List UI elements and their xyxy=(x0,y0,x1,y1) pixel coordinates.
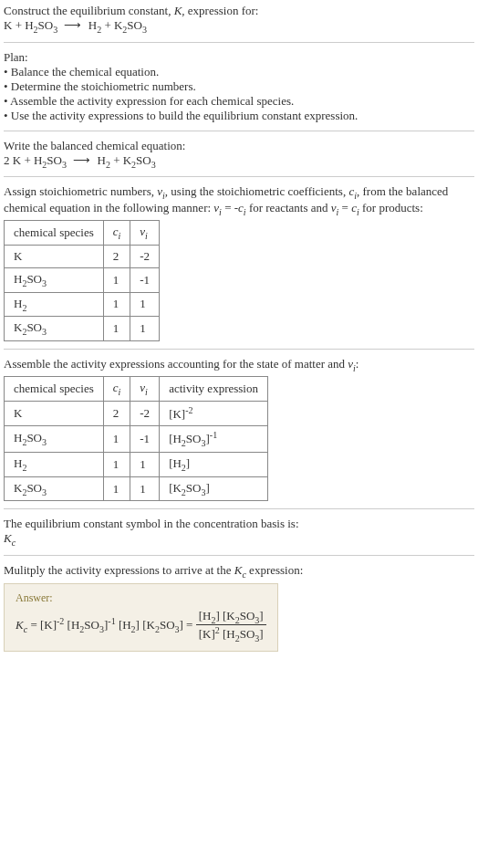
table-cell: 2 xyxy=(103,245,130,267)
stoich-table: chemical species ci νi K 2 -2 H2SO3 1 -1… xyxy=(4,220,160,340)
table-cell: H2SO3 xyxy=(5,426,104,453)
stoich-section: Assign stoichiometric numbers, νi, using… xyxy=(4,184,474,341)
plan-item: • Determine the stoichiometric numbers. xyxy=(4,79,474,94)
table-cell: -1 xyxy=(130,267,160,292)
divider xyxy=(4,508,474,509)
answer-expression: Kc = [K]-2 [H2SO3]-1 [H2] [K2SO3] = [H2]… xyxy=(16,609,266,644)
stoich-text: Assign stoichiometric numbers, νi, using… xyxy=(4,184,474,216)
table-cell: [K]-2 xyxy=(160,401,268,425)
activity-section: Assemble the activity expressions accoun… xyxy=(4,357,474,502)
plan-header: Plan: xyxy=(4,50,474,65)
table-header: νi xyxy=(130,377,160,402)
kc-symbol-section: The equilibrium constant symbol in the c… xyxy=(4,517,474,548)
table-cell: 2 xyxy=(103,401,130,425)
divider xyxy=(4,349,474,350)
plan-item: • Balance the chemical equation. xyxy=(4,65,474,79)
table-header: ci xyxy=(103,221,130,246)
divider xyxy=(4,42,474,43)
plan-item: • Use the activity expressions to build … xyxy=(4,109,474,123)
intro-text: Construct the equilibrium constant, K, e… xyxy=(4,4,474,18)
multiply-section: Mulitply the activity expressions to arr… xyxy=(4,563,474,652)
table-cell: 1 xyxy=(103,453,130,477)
table-cell: [H2SO3]-1 xyxy=(160,426,268,453)
table-header: chemical species xyxy=(5,221,104,246)
table-row: K2SO3 1 1 xyxy=(5,317,160,341)
intro-equation: K + H2SO3 ⟶ H2 + K2SO3 xyxy=(4,18,474,35)
activity-table: chemical species ci νi activity expressi… xyxy=(4,376,268,501)
balanced-header: Write the balanced chemical equation: xyxy=(4,139,474,153)
table-row: K 2 -2 [K]-2 xyxy=(5,401,268,425)
table-row: H2 1 1 [H2] xyxy=(5,453,268,477)
answer-label: Answer: xyxy=(16,591,266,605)
table-row: K 2 -2 xyxy=(5,245,160,267)
table-cell: K xyxy=(5,245,104,267)
table-cell: -2 xyxy=(130,401,160,425)
table-cell: [K2SO3] xyxy=(160,476,268,501)
balanced-equation: 2 K + H2SO3 ⟶ H2 + K2SO3 xyxy=(4,153,474,170)
table-cell: K2SO3 xyxy=(5,476,104,501)
table-row: H2SO3 1 -1 [H2SO3]-1 xyxy=(5,426,268,453)
table-cell: 1 xyxy=(103,476,130,501)
table-cell: 1 xyxy=(103,317,130,341)
plan-section: Plan: • Balance the chemical equation. •… xyxy=(4,50,474,123)
table-cell: 1 xyxy=(103,267,130,292)
table-cell: K xyxy=(5,401,104,425)
balanced-section: Write the balanced chemical equation: 2 … xyxy=(4,139,474,170)
kc-symbol: Kc xyxy=(4,531,474,548)
table-header: activity expression xyxy=(160,377,268,402)
table-cell: -2 xyxy=(130,245,160,267)
table-cell: 1 xyxy=(103,426,130,453)
multiply-text: Mulitply the activity expressions to arr… xyxy=(4,563,474,580)
table-header: chemical species xyxy=(5,377,104,402)
table-cell: 1 xyxy=(130,453,160,477)
table-header-row: chemical species ci νi activity expressi… xyxy=(5,377,268,402)
table-cell: 1 xyxy=(130,317,160,341)
table-cell: H2 xyxy=(5,292,104,317)
kc-symbol-text: The equilibrium constant symbol in the c… xyxy=(4,517,474,531)
table-cell: [H2] xyxy=(160,453,268,477)
divider xyxy=(4,176,474,177)
table-cell: K2SO3 xyxy=(5,317,104,341)
activity-header: Assemble the activity expressions accoun… xyxy=(4,357,474,373)
intro-section: Construct the equilibrium constant, K, e… xyxy=(4,4,474,35)
plan-item: • Assemble the activity expression for e… xyxy=(4,94,474,109)
table-cell: H2 xyxy=(5,453,104,477)
table-row: H2SO3 1 -1 xyxy=(5,267,160,292)
table-cell: 1 xyxy=(130,292,160,317)
divider xyxy=(4,555,474,556)
table-header-row: chemical species ci νi xyxy=(5,221,160,246)
table-cell: 1 xyxy=(103,292,130,317)
table-header: ci xyxy=(103,377,130,402)
table-header: νi xyxy=(130,221,160,246)
divider xyxy=(4,131,474,131)
table-cell: 1 xyxy=(130,476,160,501)
table-cell: -1 xyxy=(130,426,160,453)
answer-box: Answer: Kc = [K]-2 [H2SO3]-1 [H2] [K2SO3… xyxy=(4,583,278,653)
table-row: K2SO3 1 1 [K2SO3] xyxy=(5,476,268,501)
table-cell: H2SO3 xyxy=(5,267,104,292)
table-row: H2 1 1 xyxy=(5,292,160,317)
